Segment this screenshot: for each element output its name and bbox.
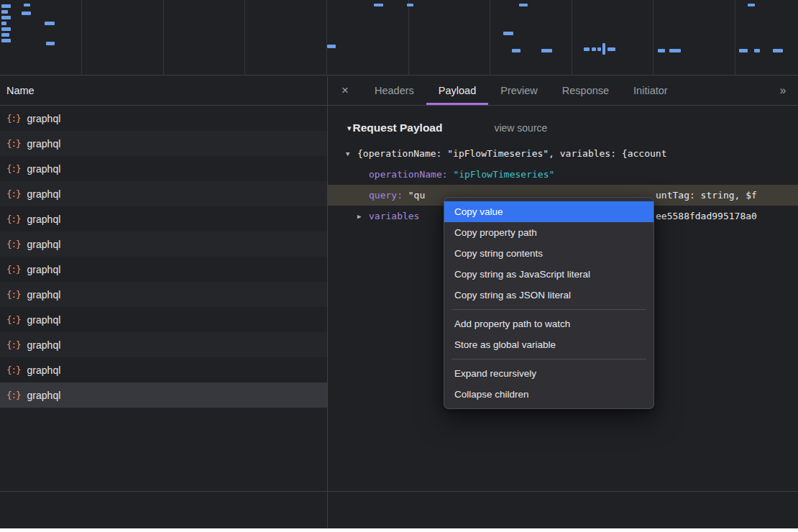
overflow-tabs-icon[interactable]: » — [768, 76, 798, 105]
request-row[interactable]: {:}graphql — [0, 206, 327, 231]
menu-item[interactable]: Store as global variable — [444, 334, 653, 355]
timeline-gridline — [735, 0, 735, 75]
property-key: operationName: — [369, 169, 448, 180]
request-name-label: graphql — [27, 138, 61, 150]
request-row[interactable]: {:}graphql — [0, 332, 327, 357]
timeline-gridline — [244, 0, 245, 75]
timeline-gridline — [81, 0, 82, 75]
request-name-label: graphql — [27, 314, 61, 326]
menu-separator — [451, 359, 646, 359]
property-value-right: ee5588fdad995178a0 — [656, 206, 757, 226]
json-request-icon: {:} — [6, 314, 21, 325]
timeline-gridline — [572, 0, 572, 75]
request-row[interactable]: {:}graphql — [0, 257, 327, 282]
timeline-overview[interactable] — [0, 0, 798, 75]
request-name-label: graphql — [27, 364, 61, 376]
request-row[interactable]: {:}graphql — [0, 382, 327, 408]
property-value: "ipFlowTimeseries" — [453, 169, 554, 180]
network-activity-bar — [1, 22, 6, 25]
request-name-label: graphql — [27, 113, 61, 124]
network-activity-bar — [602, 43, 605, 55]
json-request-icon: {:} — [6, 188, 21, 199]
network-activity-bar — [1, 4, 11, 8]
payload-root-row[interactable]: ▼ {operationName: "ipFlowTimeseries", va… — [328, 143, 798, 164]
menu-item[interactable]: Collapse children — [444, 384, 653, 405]
expanded-caret-icon: ▼ — [346, 144, 349, 164]
request-row[interactable]: {:}graphql — [0, 357, 327, 382]
tab-headers[interactable]: Headers — [362, 76, 426, 105]
menu-item[interactable]: Expand recursively — [444, 363, 653, 384]
network-activity-bar — [45, 22, 55, 25]
json-request-icon: {:} — [6, 214, 21, 224]
close-icon[interactable]: × — [328, 76, 362, 105]
view-source-link[interactable]: view source — [494, 122, 547, 134]
network-activity-bar — [754, 49, 760, 52]
json-request-icon: {:} — [6, 163, 21, 174]
payload-operation-row[interactable]: operationName: "ipFlowTimeseries" — [328, 164, 798, 185]
detail-tab-bar: × HeadersPayloadPreviewResponseInitiator… — [328, 76, 798, 106]
section-title: Request Payload — [353, 121, 443, 134]
network-activity-bar — [739, 49, 748, 52]
menu-separator — [451, 309, 646, 310]
menu-item[interactable]: Copy property path — [444, 222, 653, 243]
request-name-label: graphql — [27, 163, 61, 175]
menu-item[interactable]: Copy string contents — [444, 243, 653, 264]
property-value-right: untTag: string, $f — [656, 185, 757, 206]
tab-preview[interactable]: Preview — [488, 76, 550, 105]
window-bottom-edge — [0, 528, 798, 532]
context-menu: Copy valueCopy property pathCopy string … — [444, 197, 654, 409]
request-row[interactable]: {:}graphql — [0, 156, 327, 181]
network-activity-bar — [541, 49, 552, 52]
network-activity-bar — [658, 49, 665, 52]
timeline-gridline — [163, 0, 164, 75]
section-expanded-caret-icon: ▾ — [347, 124, 352, 133]
menu-item[interactable]: Copy string as JavaScript literal — [444, 264, 653, 285]
menu-item[interactable]: Copy string as JSON literal — [444, 285, 653, 306]
timeline-gridline — [408, 0, 409, 75]
request-payload-section[interactable]: ▾ Request Payload view source — [328, 117, 798, 139]
menu-item[interactable]: Copy value — [444, 201, 653, 222]
network-activity-bar — [46, 42, 55, 45]
request-row[interactable]: {:}graphql — [0, 181, 327, 206]
tab-strip: HeadersPayloadPreviewResponseInitiator — [362, 76, 680, 105]
request-name-label: graphql — [27, 390, 61, 401]
network-activity-bar — [592, 47, 596, 51]
json-request-icon: {:} — [6, 364, 21, 375]
request-row[interactable]: {:}graphql — [0, 231, 327, 257]
tab-payload[interactable]: Payload — [426, 76, 488, 105]
request-row[interactable]: {:}graphql — [0, 282, 327, 307]
timeline-gridline — [326, 0, 327, 75]
property-key: query: — [369, 190, 403, 201]
timeline-gridline — [653, 0, 653, 75]
network-activity-bar — [584, 47, 590, 51]
devtools-network-panel: Name {:}graphql{:}graphql{:}graphql{:}gr… — [0, 0, 798, 532]
request-list: {:}graphql{:}graphql{:}graphql{:}graphql… — [0, 106, 327, 408]
network-activity-bar — [1, 27, 11, 31]
json-request-icon: {:} — [6, 113, 21, 124]
request-name-label: graphql — [27, 188, 61, 200]
network-activity-bar — [374, 4, 383, 6]
network-activity-bar — [407, 4, 413, 6]
json-request-icon: {:} — [6, 289, 21, 300]
json-request-icon: {:} — [6, 264, 21, 275]
network-activity-bar — [1, 16, 11, 19]
timeline-gridline — [490, 0, 490, 75]
network-activity-bar — [597, 47, 601, 51]
json-request-icon: {:} — [6, 138, 21, 149]
network-activity-bar — [748, 4, 755, 6]
request-row[interactable]: {:}graphql — [0, 131, 327, 156]
name-column-header[interactable]: Name — [0, 76, 327, 106]
request-row[interactable]: {:}graphql — [0, 106, 327, 131]
tab-initiator[interactable]: Initiator — [621, 76, 680, 105]
network-activity-bar — [1, 10, 8, 14]
json-request-icon: {:} — [6, 390, 21, 400]
collapsed-caret-icon: ▶ — [357, 206, 361, 226]
property-key: variables — [369, 211, 419, 221]
request-row[interactable]: {:}graphql — [0, 307, 327, 332]
network-activity-bar — [519, 4, 528, 6]
request-name-label: graphql — [27, 214, 61, 225]
menu-item[interactable]: Add property path to watch — [444, 313, 653, 334]
request-name-label: graphql — [27, 239, 61, 250]
tab-response[interactable]: Response — [550, 76, 621, 105]
request-name-label: graphql — [27, 264, 61, 275]
